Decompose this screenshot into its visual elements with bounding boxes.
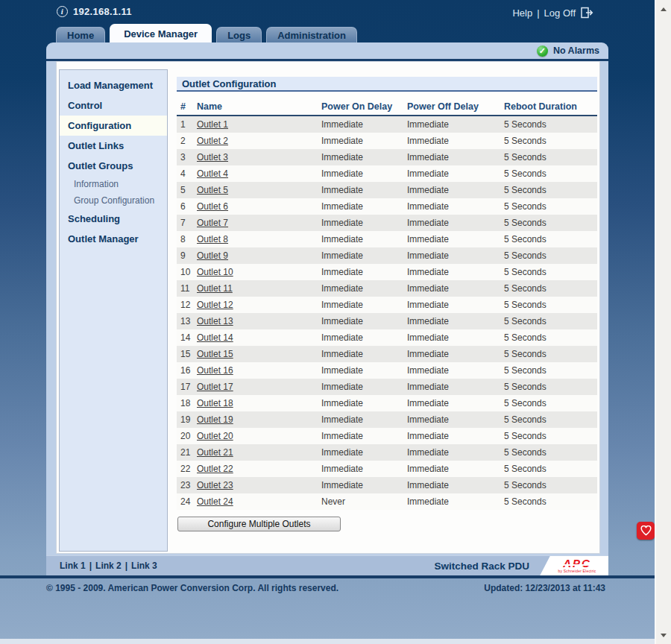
outlet-name-link[interactable]: Outlet 16 — [197, 365, 233, 376]
outlet-name-link[interactable]: Outlet 18 — [197, 398, 233, 408]
outlet-name-cell: Outlet 6 — [197, 201, 321, 212]
tab-home[interactable]: Home — [56, 27, 105, 42]
help-link[interactable]: Help — [512, 7, 532, 19]
outlet-number: 22 — [177, 464, 197, 474]
outlet-name-link[interactable]: Outlet 19 — [197, 414, 233, 425]
outlet-name-link[interactable]: Outlet 9 — [197, 250, 228, 261]
power-off-delay-value: Immediate — [407, 185, 504, 195]
outlet-name-link[interactable]: Outlet 14 — [197, 332, 233, 343]
reboot-duration-value: 5 Seconds — [504, 349, 597, 359]
outlet-name-link[interactable]: Outlet 17 — [197, 382, 233, 392]
power-off-delay-value: Immediate — [407, 398, 504, 408]
configure-multiple-outlets-button[interactable]: Configure Multiple Outlets — [177, 517, 341, 531]
scroll-down-button[interactable] — [656, 628, 671, 643]
outlet-name-link[interactable]: Outlet 3 — [197, 152, 228, 162]
outlet-name-link[interactable]: Outlet 5 — [197, 185, 228, 195]
outlet-number: 10 — [177, 267, 197, 277]
outlet-row: 3Outlet 3ImmediateImmediate5 Seconds — [177, 149, 597, 165]
apc-logo: APC by Schneider Electric — [540, 556, 608, 576]
outlet-name-link[interactable]: Outlet 22 — [197, 464, 233, 474]
outlet-number: 7 — [177, 218, 197, 228]
outlet-name-link[interactable]: Outlet 24 — [197, 496, 233, 507]
power-off-delay-value: Immediate — [407, 496, 504, 507]
power-on-delay-value: Immediate — [321, 119, 407, 130]
reboot-duration-value: 5 Seconds — [504, 201, 597, 212]
outlet-name-link[interactable]: Outlet 23 — [197, 480, 233, 490]
separator: | — [89, 561, 92, 571]
outlet-row: 2Outlet 2ImmediateImmediate5 Seconds — [177, 133, 597, 149]
reboot-duration-value: 5 Seconds — [504, 185, 597, 195]
sidebar-item-load-management[interactable]: Load Management — [60, 75, 167, 95]
outlet-name-cell: Outlet 4 — [197, 168, 321, 179]
outlet-number: 21 — [177, 447, 197, 458]
outlet-name-link[interactable]: Outlet 4 — [197, 168, 228, 179]
footer-link-2[interactable]: Link 2 — [95, 561, 122, 571]
log-off-icon[interactable] — [580, 7, 593, 19]
outlet-row: 18Outlet 18ImmediateImmediate5 Seconds — [177, 395, 597, 411]
power-on-delay-value: Immediate — [321, 283, 407, 294]
outlet-name-cell: Outlet 5 — [197, 185, 321, 195]
column-header-0: # — [177, 101, 197, 112]
apc-logo-line — [561, 564, 593, 566]
outlet-name-link[interactable]: Outlet 12 — [197, 300, 233, 310]
vertical-scrollbar[interactable] — [655, 0, 671, 644]
outlet-name-cell: Outlet 21 — [197, 447, 321, 458]
tab-administration[interactable]: Administration — [266, 27, 357, 42]
outlet-row: 10Outlet 10ImmediateImmediate5 Seconds — [177, 264, 597, 280]
power-off-delay-value: Immediate — [407, 201, 504, 212]
outlet-number: 11 — [177, 283, 197, 294]
outlet-name-cell: Outlet 11 — [197, 283, 321, 294]
outlet-name-link[interactable]: Outlet 21 — [197, 447, 233, 458]
outlet-name-cell: Outlet 12 — [197, 300, 321, 310]
power-off-delay-value: Immediate — [407, 349, 504, 359]
outlet-name-link[interactable]: Outlet 15 — [197, 349, 233, 359]
outlet-row: 8Outlet 8ImmediateImmediate5 Seconds — [177, 231, 597, 247]
sidebar-item-outlet-links[interactable]: Outlet Links — [60, 136, 167, 156]
alarm-status[interactable]: ✓ No Alarms — [46, 42, 608, 59]
outlet-name-link[interactable]: Outlet 20 — [197, 431, 233, 441]
outlet-name-cell: Outlet 20 — [197, 431, 321, 441]
outlet-name-cell: Outlet 3 — [197, 152, 321, 162]
sidebar-item-information[interactable]: Information — [60, 176, 167, 192]
sidebar-item-scheduling[interactable]: Scheduling — [60, 209, 167, 229]
power-off-delay-value: Immediate — [407, 250, 504, 261]
footer-link-1[interactable]: Link 1 — [60, 561, 86, 571]
outlet-number: 15 — [177, 349, 197, 359]
outlet-number: 12 — [177, 300, 197, 310]
log-off-link[interactable]: Log Off — [544, 7, 576, 19]
outlet-name-link[interactable]: Outlet 11 — [197, 283, 233, 294]
scroll-up-button[interactable] — [656, 1, 671, 16]
reboot-duration-value: 5 Seconds — [504, 168, 597, 179]
outlet-name-cell: Outlet 24 — [197, 496, 321, 507]
outlet-name-link[interactable]: Outlet 8 — [197, 234, 228, 244]
outlet-name-cell: Outlet 22 — [197, 464, 321, 474]
footer-link-3[interactable]: Link 3 — [131, 561, 157, 571]
sidebar-item-outlet-groups[interactable]: Outlet Groups — [60, 156, 167, 176]
alarm-status-label: No Alarms — [553, 45, 599, 56]
outlet-number: 20 — [177, 431, 197, 441]
outlet-number: 9 — [177, 250, 197, 261]
power-on-delay-value: Immediate — [321, 414, 407, 425]
outlet-name-link[interactable]: Outlet 13 — [197, 316, 233, 326]
reboot-duration-value: 5 Seconds — [504, 316, 597, 326]
device-ip: 192.168.1.11 — [73, 6, 132, 17]
reboot-duration-value: 5 Seconds — [504, 300, 597, 310]
heart-badge-icon[interactable] — [637, 522, 655, 540]
outlet-number: 19 — [177, 414, 197, 425]
tab-device-manager[interactable]: Device Manager — [110, 24, 212, 42]
outlet-name-link[interactable]: Outlet 2 — [197, 136, 228, 146]
outlet-name-link[interactable]: Outlet 7 — [197, 218, 228, 228]
reboot-duration-value: 5 Seconds — [504, 332, 597, 343]
outlet-name-link[interactable]: Outlet 6 — [197, 201, 228, 212]
tab-logs[interactable]: Logs — [216, 27, 262, 42]
sidebar-item-control[interactable]: Control — [60, 95, 167, 116]
sidebar-item-configuration[interactable]: Configuration — [60, 116, 167, 136]
sidebar-item-outlet-manager[interactable]: Outlet Manager — [60, 229, 167, 249]
updated-timestamp: Updated: 12/23/2013 at 11:43 — [484, 583, 605, 593]
power-on-delay-value: Immediate — [321, 168, 407, 179]
outlet-number: 13 — [177, 316, 197, 326]
sidebar-item-group-configuration[interactable]: Group Configuration — [60, 192, 167, 209]
outlet-name-link[interactable]: Outlet 10 — [197, 267, 233, 277]
outlet-row: 7Outlet 7ImmediateImmediate5 Seconds — [177, 215, 597, 231]
outlet-name-link[interactable]: Outlet 1 — [197, 119, 228, 130]
